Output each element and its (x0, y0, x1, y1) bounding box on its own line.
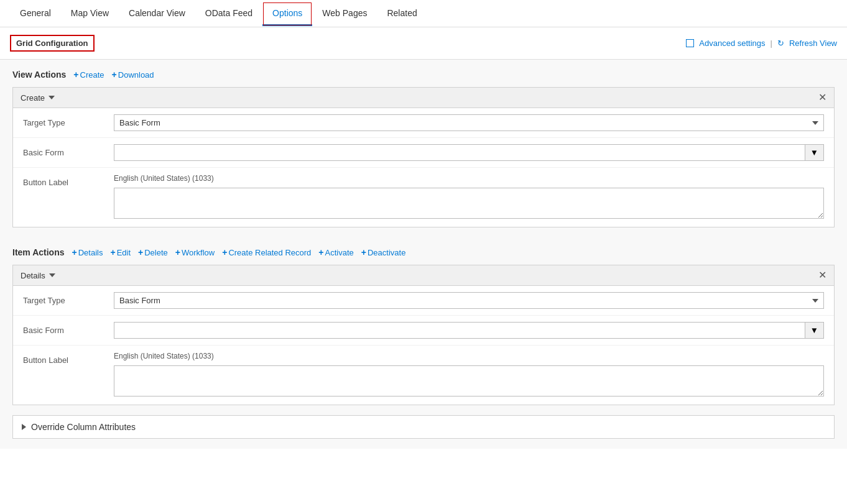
refresh-icon: ↻ (777, 39, 784, 48)
deactivate-plus-icon: + (361, 247, 366, 257)
create-plus-icon: + (73, 70, 78, 80)
view-actions-title: View Actions (12, 70, 66, 80)
details-target-type-select[interactable]: Basic Form (114, 292, 824, 309)
create-locale-label: English (United States) (1033) (114, 174, 824, 183)
nav-item-map-view[interactable]: Map View (61, 2, 119, 26)
download-plus-icon: + (112, 70, 117, 80)
details-card-close[interactable]: ✕ (818, 270, 826, 280)
create-button-label-label: Button Label (23, 174, 104, 187)
item-actions-header: Item Actions + Details + Edit + Delete +… (12, 247, 835, 257)
view-actions-section: View Actions + Create + Download Create (0, 60, 847, 247)
nav-item-odata-feed[interactable]: OData Feed (195, 2, 262, 26)
settings-icon (686, 39, 694, 47)
create-card: Create ✕ Target Type Basic Form (12, 87, 835, 227)
create-card-title: Create (21, 93, 55, 103)
delete-action-button[interactable]: + Delete (138, 247, 168, 257)
details-action-button[interactable]: + Details (72, 247, 103, 257)
item-actions-section: Item Actions + Details + Edit + Delete +… (0, 247, 847, 449)
nav-item-general[interactable]: General (10, 2, 61, 26)
details-locale-label: English (United States) (1033) (114, 352, 824, 360)
nav-item-options[interactable]: Options (262, 2, 312, 26)
create-basic-form-wrapper: ▼ (114, 144, 824, 161)
workflow-plus-icon: + (175, 247, 180, 257)
activate-action-button[interactable]: + Activate (318, 247, 353, 257)
details-basic-form-input[interactable] (114, 323, 805, 338)
create-basic-form-label: Basic Form (23, 144, 104, 157)
details-card-header: Details ✕ (13, 265, 834, 286)
create-related-record-button[interactable]: + Create Related Record (222, 247, 311, 257)
details-plus-icon: + (72, 247, 77, 257)
create-card-header: Create ✕ (13, 88, 834, 108)
advanced-settings-link[interactable]: Advanced settings (699, 39, 765, 48)
details-button-label-wrapper: English (United States) (1033) (114, 352, 824, 398)
create-action-button[interactable]: + Create (73, 70, 104, 80)
create-basic-form-input[interactable] (114, 145, 805, 160)
nav-item-calendar-view[interactable]: Calendar View (119, 2, 195, 26)
details-target-type-label: Target Type (23, 292, 104, 305)
details-button-label-textarea[interactable] (114, 365, 824, 396)
create-target-type-row: Target Type Basic Form (13, 108, 834, 138)
details-button-label-label: Button Label (23, 352, 104, 365)
override-column-row: Override Column Attributes (12, 415, 835, 439)
grid-config-header: Grid Configuration Advanced settings | ↻… (0, 27, 847, 60)
create-related-plus-icon: + (222, 247, 227, 257)
refresh-view-link[interactable]: Refresh View (789, 39, 837, 48)
create-card-close[interactable]: ✕ (818, 93, 826, 103)
details-basic-form-wrapper: ▼ (114, 322, 824, 339)
details-basic-form-label: Basic Form (23, 322, 104, 335)
download-action-button[interactable]: + Download (112, 70, 154, 80)
main-scrollable: Grid Configuration Advanced settings | ↻… (0, 27, 847, 504)
create-target-type-select[interactable]: Basic Form (114, 114, 824, 131)
create-button-label-row: Button Label English (United States) (10… (13, 168, 834, 227)
delete-plus-icon: + (138, 247, 143, 257)
details-basic-form-row: Basic Form ▼ (13, 316, 834, 346)
edit-plus-icon: + (110, 247, 115, 257)
create-target-type-label: Target Type (23, 114, 104, 127)
create-button-label-wrapper: English (United States) (1033) (114, 174, 824, 221)
details-card-title: Details (21, 271, 55, 280)
create-target-type-wrapper: Basic Form (114, 114, 824, 131)
view-actions-header: View Actions + Create + Download (12, 70, 835, 80)
activate-plus-icon: + (318, 247, 323, 257)
top-navigation: General Map View Calendar View OData Fee… (0, 0, 847, 27)
details-target-type-row: Target Type Basic Form (13, 286, 834, 316)
create-basic-form-row: Basic Form ▼ (13, 138, 834, 168)
details-target-type-wrapper: Basic Form (114, 292, 824, 309)
edit-action-button[interactable]: + Edit (110, 247, 131, 257)
item-actions-title: Item Actions (12, 247, 65, 257)
details-basic-form-input-group: ▼ (114, 322, 824, 339)
details-basic-form-dropdown-btn[interactable]: ▼ (805, 323, 823, 338)
main-content: Grid Configuration Advanced settings | ↻… (0, 27, 847, 449)
deactivate-action-button[interactable]: + Deactivate (361, 247, 406, 257)
create-basic-form-dropdown-btn[interactable]: ▼ (805, 145, 823, 160)
details-card: Details ✕ Target Type Basic Form (12, 265, 835, 405)
override-column-title: Override Column Attributes (31, 422, 136, 432)
grid-config-title: Grid Configuration (10, 35, 95, 52)
details-card-chevron[interactable] (49, 273, 55, 277)
nav-item-related[interactable]: Related (377, 2, 427, 26)
create-basic-form-input-group: ▼ (114, 144, 824, 161)
workflow-action-button[interactable]: + Workflow (175, 247, 215, 257)
details-button-label-row: Button Label English (United States) (10… (13, 346, 834, 405)
create-card-chevron[interactable] (49, 96, 55, 99)
header-actions: Advanced settings | ↻ Refresh View (686, 39, 837, 48)
nav-item-web-pages[interactable]: Web Pages (312, 2, 377, 26)
create-button-label-textarea[interactable] (114, 188, 824, 219)
override-column-chevron[interactable] (22, 424, 26, 430)
